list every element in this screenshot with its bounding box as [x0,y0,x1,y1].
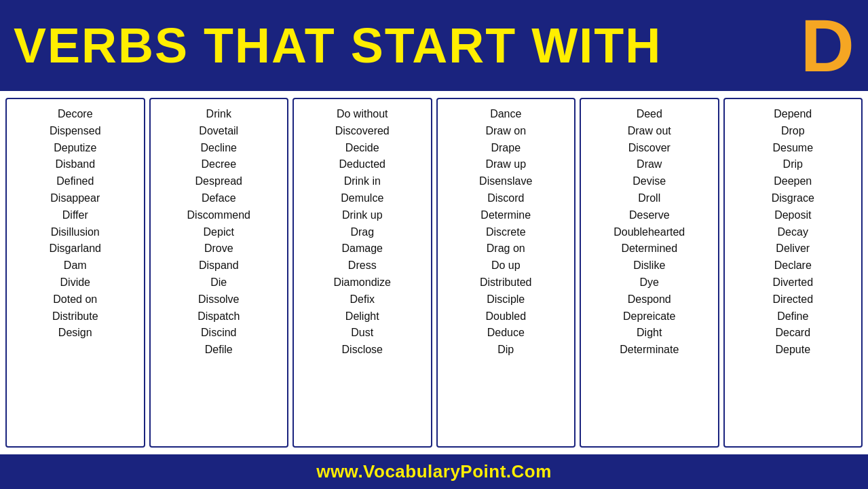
list-item: Distributed [480,274,531,291]
list-item: Discovered [335,123,390,140]
list-item: Drip [783,156,803,173]
list-item: Dislike [633,257,665,274]
list-item: Dispand [199,257,239,274]
list-item: Drove [204,240,233,257]
list-item: Defix [350,291,375,308]
list-item: Discrete [486,224,526,241]
list-item: Draw [637,156,662,173]
list-item: Dovetail [199,123,238,140]
list-item: Disgrace [772,190,814,207]
list-item: Discommend [187,207,250,224]
list-item: Deputize [54,140,96,157]
list-item: Drink in [344,173,381,190]
list-item: Drag [350,224,374,241]
list-item: Deed [637,106,662,123]
header-title: VERBS THAT START WITH [14,21,662,70]
list-item: Disclose [342,342,383,359]
list-item: Diverted [772,274,813,291]
list-item: Drag on [487,240,525,257]
list-item: Disband [55,156,95,173]
list-item: Diamondize [334,274,391,291]
list-item: Decide [345,140,379,157]
column-6: DependDropDesumeDripDeepenDisgraceDeposi… [723,98,863,448]
list-item: Determined [621,240,677,257]
list-item: Discind [201,325,236,342]
list-item: Draw up [485,156,526,173]
list-item: Decay [778,224,808,241]
list-item: Despread [195,173,242,190]
list-item: Deface [202,190,236,207]
main-content: DecoreDispensedDeputizeDisbandDefinedDis… [0,91,868,454]
header: VERBS THAT START WITH D [0,0,868,91]
column-1: DecoreDispensedDeputizeDisbandDefinedDis… [5,98,145,448]
page-wrapper: VERBS THAT START WITH D DecoreDispensedD… [0,0,868,489]
list-item: Doublehearted [614,224,685,241]
list-item: Damage [342,240,383,257]
list-item: Deposit [774,207,811,224]
list-item: Design [58,325,92,342]
list-item: Drop [781,123,805,140]
column-4: DanceDraw onDrapeDraw upDisenslaveDiscor… [436,98,576,448]
list-item: Disgarland [50,240,101,257]
list-item: Dight [637,325,662,342]
list-item: Draw on [485,123,526,140]
list-item: Disenslave [479,173,532,190]
list-item: Determinate [620,342,679,359]
list-item: Decline [201,140,237,157]
list-item: Dance [490,106,521,123]
list-item: Divide [60,274,90,291]
list-item: Devise [633,173,666,190]
list-item: Decard [775,325,810,342]
list-item: Declare [774,257,812,274]
list-item: Demulce [341,190,383,207]
list-item: Deepen [774,173,812,190]
list-item: Discover [628,140,671,157]
list-item: Dye [640,274,659,291]
list-item: Disappear [50,190,100,207]
list-item: Droll [638,190,660,207]
list-item: Defined [56,173,94,190]
list-item: Dip [497,342,514,359]
list-item: Decore [58,106,93,123]
list-item: Dispensed [50,123,101,140]
list-item: Drape [491,140,521,157]
list-item: Dress [348,257,377,274]
footer-url: www.VocabularyPoint.Com [316,461,552,482]
list-item: Discord [487,190,524,207]
list-item: Doted on [53,291,97,308]
list-item: Dispatch [197,308,240,325]
list-item: Directed [772,291,813,308]
column-2: DrinkDovetailDeclineDecreeDespreadDeface… [149,98,289,448]
header-letter: D [801,8,854,83]
list-item: Do without [337,106,388,123]
list-item: Deducted [339,156,386,173]
footer: www.VocabularyPoint.Com [0,454,868,489]
list-item: Depict [204,224,234,241]
list-item: Disillusion [51,224,100,241]
list-item: Deserve [629,207,670,224]
list-item: Doubled [485,308,526,325]
list-item: Dam [64,257,87,274]
column-5: DeedDraw outDiscoverDrawDeviseDrollDeser… [580,98,719,448]
list-item: Drink [206,106,231,123]
list-item: Disciple [487,291,525,308]
list-item: Drink up [342,207,383,224]
list-item: Depute [775,342,810,359]
list-item: Deduce [487,325,525,342]
list-item: Define [777,308,808,325]
list-item: Dust [351,325,373,342]
list-item: Deliver [776,240,810,257]
list-item: Depreicate [623,308,675,325]
list-item: Dissolve [198,291,239,308]
list-item: Differ [62,207,88,224]
list-item: Defile [205,342,233,359]
list-item: Die [210,274,227,291]
list-item: Do up [491,257,521,274]
list-item: Depend [774,106,812,123]
column-3: Do withoutDiscoveredDecideDeductedDrink … [293,98,432,448]
list-item: Delight [345,308,379,325]
list-item: Distribute [52,308,98,325]
list-item: Determine [480,207,531,224]
list-item: Despond [628,291,671,308]
list-item: Decree [201,156,236,173]
